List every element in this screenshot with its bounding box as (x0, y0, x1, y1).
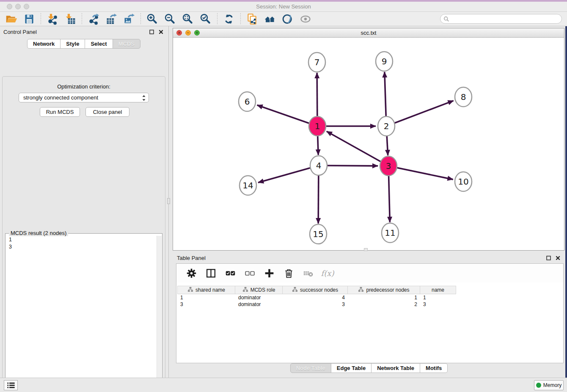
edge-4-14[interactable] (258, 166, 319, 182)
tab-select[interactable]: Select (85, 39, 113, 49)
horizontal-divider-handle[interactable] (364, 248, 368, 251)
graph-node-label-4: 4 (316, 160, 322, 171)
close-panel-button[interactable]: Close panel (85, 107, 129, 117)
column-header-label: name (432, 287, 444, 293)
graph-node-label-3: 3 (386, 161, 391, 171)
table-row-1[interactable]: 1dominator411 (177, 294, 563, 301)
result-scrollbar[interactable] (157, 236, 162, 391)
close-table-panel-icon[interactable] (554, 254, 561, 261)
memory-button[interactable]: Memory (534, 380, 564, 390)
show-columns-icon[interactable] (204, 267, 217, 279)
column-type-icon (242, 287, 248, 293)
toolbar-separator (82, 13, 82, 25)
column-header-successor-nodes[interactable]: successor nodes (283, 286, 348, 294)
cell-MCDS-role[interactable]: dominator (235, 301, 283, 308)
graph-node-label-6: 6 (245, 97, 250, 107)
select-all-rows-icon[interactable] (223, 267, 237, 279)
import-table-icon[interactable] (63, 13, 77, 25)
cell-shared-name[interactable]: 1 (177, 294, 235, 301)
cell-shared-name[interactable]: 3 (177, 301, 235, 308)
task-history-button[interactable] (4, 380, 18, 390)
window-close-button[interactable] (7, 4, 12, 9)
network-close-button[interactable]: × (176, 30, 182, 36)
chevron-up-down-icon (142, 94, 146, 103)
table-tab-motifs[interactable]: Motifs (420, 363, 448, 373)
table-panel-tabs: Node TableEdge TableNetwork TableMotifs (173, 363, 565, 373)
float-panel-icon[interactable] (148, 28, 155, 35)
close-panel-icon[interactable] (157, 28, 164, 35)
mcds-result-node: 3 (6, 243, 156, 251)
cell-successor-nodes[interactable]: 4 (283, 294, 348, 301)
delete-column-icon[interactable] (282, 267, 295, 279)
first-neighbors-icon[interactable] (263, 13, 277, 25)
save-session-icon[interactable] (22, 13, 36, 25)
add-column-icon[interactable] (262, 267, 276, 279)
table-panel-header: Table Panel (173, 252, 565, 263)
window-zoom-button[interactable] (24, 4, 29, 9)
edge-2-8[interactable] (386, 101, 454, 126)
run-mcds-button[interactable]: Run MCDS (40, 107, 80, 117)
network-maximize-button[interactable]: + (194, 30, 200, 36)
control-panel-header: Control Panel (0, 26, 168, 37)
control-panel-title: Control Panel (3, 29, 146, 35)
cell-predecessor-nodes[interactable]: 1 (348, 294, 420, 301)
table-row-2[interactable]: 3dominator323 (177, 301, 563, 308)
list-icon (6, 381, 16, 390)
panel-divider-handle[interactable] (167, 198, 170, 204)
optimization-criterion-dropdown[interactable]: strongly connected component (19, 93, 149, 102)
node-table-container: f(x) shared nameMCDS rolesuccessor nodes… (176, 263, 564, 363)
zoom-out-icon[interactable] (163, 13, 177, 25)
column-header-name[interactable]: name (420, 286, 456, 294)
import-network-icon[interactable] (46, 13, 59, 25)
edge-3-10[interactable] (388, 166, 453, 179)
app-window-title: Session: New Session (0, 2, 567, 11)
network-window-titlebar[interactable]: × − + scc.txt (173, 28, 564, 38)
cell-name[interactable]: 3 (420, 301, 456, 308)
column-header-shared-name[interactable]: shared name (177, 286, 235, 294)
search-input[interactable] (440, 14, 562, 24)
table-tab-edge-table[interactable]: Edge Table (331, 363, 372, 373)
status-bar: Memory (0, 378, 567, 392)
apply-layout-icon[interactable] (222, 13, 236, 25)
window-minimize-button[interactable] (15, 4, 21, 9)
new-network-from-selection-icon[interactable] (245, 13, 259, 25)
cell-name[interactable]: 1 (420, 294, 456, 301)
tab-mcds[interactable]: MCDS (113, 39, 140, 49)
export-image-icon[interactable] (122, 13, 136, 25)
column-header-label: MCDS role (250, 287, 275, 293)
table-tab-node-table[interactable]: Node Table (290, 363, 331, 373)
zoom-in-icon[interactable] (146, 13, 159, 25)
float-table-panel-icon[interactable] (545, 254, 552, 261)
cell-MCDS-role[interactable]: dominator (235, 294, 283, 301)
cell-predecessor-nodes[interactable]: 2 (348, 301, 420, 308)
hide-selected-icon[interactable] (281, 13, 295, 25)
network-view-window: × − + scc.txt 1234678910111415 (173, 28, 564, 251)
tab-style[interactable]: Style (60, 39, 85, 49)
control-panel-tabs: NetworkStyleSelectMCDS (0, 39, 168, 49)
cell-successor-nodes[interactable]: 3 (283, 301, 348, 308)
edge-3-1[interactable] (327, 131, 388, 166)
graph-node-label-14: 14 (242, 180, 253, 190)
edge-1-6[interactable] (257, 105, 317, 126)
dropdown-selected-value: strongly connected component (23, 94, 98, 101)
zoom-selected-icon[interactable] (199, 13, 212, 25)
network-canvas[interactable]: 1234678910111415 (173, 38, 564, 250)
network-window-title: scc.txt (173, 28, 564, 37)
network-minimize-button[interactable]: − (185, 30, 191, 36)
table-tab-network-table[interactable]: Network Table (371, 363, 420, 373)
mcds-result-list: 13 (6, 236, 156, 251)
export-table-icon[interactable] (105, 13, 118, 25)
deselect-all-rows-icon[interactable] (243, 267, 256, 279)
graph-node-label-9: 9 (382, 56, 387, 66)
memory-status-dot (536, 383, 541, 388)
column-header-MCDS-role[interactable]: MCDS role (235, 286, 283, 294)
column-type-icon (292, 287, 298, 293)
column-header-predecessor-nodes[interactable]: predecessor nodes (348, 286, 420, 294)
table-settings-gear-icon[interactable] (184, 267, 198, 279)
toolbar-separator (140, 13, 141, 25)
open-session-icon[interactable] (5, 13, 18, 25)
zoom-fit-icon[interactable] (181, 13, 195, 25)
column-header-label: successor nodes (300, 287, 338, 293)
export-network-icon[interactable] (87, 13, 100, 25)
tab-network[interactable]: Network (27, 39, 61, 49)
